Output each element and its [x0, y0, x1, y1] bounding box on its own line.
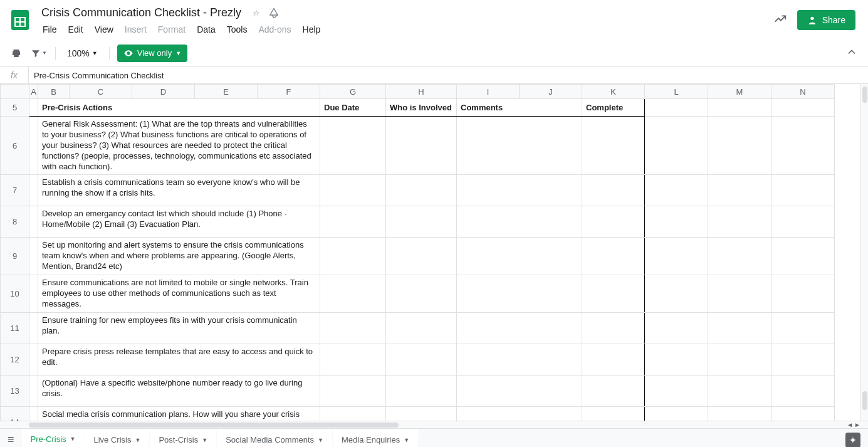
cell-who[interactable]: [386, 117, 457, 175]
activity-icon[interactable]: [773, 12, 787, 29]
cell-comments[interactable]: [457, 117, 582, 175]
cell-who[interactable]: [386, 238, 457, 275]
explore-button[interactable]: ✦: [845, 433, 860, 448]
cell-due-date[interactable]: [320, 238, 386, 275]
cell-complete[interactable]: [582, 275, 645, 313]
cell-comments[interactable]: [457, 238, 582, 275]
row-header[interactable]: 10: [1, 275, 29, 313]
print-icon[interactable]: [8, 45, 25, 62]
menu-help[interactable]: Help: [298, 22, 326, 37]
cell-action[interactable]: Prepare crisis press release templates t…: [38, 344, 320, 375]
cell-due-date[interactable]: [320, 312, 386, 344]
menu-tools[interactable]: Tools: [222, 22, 253, 37]
horizontal-scrollbar[interactable]: ◄►: [0, 421, 868, 428]
col-header-D[interactable]: D: [132, 85, 195, 99]
header-actions[interactable]: Pre-Crisis Actions: [38, 99, 320, 117]
cell-who[interactable]: [386, 344, 457, 375]
cell-complete[interactable]: [582, 406, 645, 421]
cell-who[interactable]: [386, 406, 457, 421]
cell-complete[interactable]: [582, 206, 645, 238]
cell-who[interactable]: [386, 175, 457, 206]
menu-insert[interactable]: Insert: [120, 22, 152, 37]
all-sheets-icon[interactable]: ≡: [8, 433, 14, 446]
cell-action[interactable]: Develop an emergancy contact list which …: [38, 206, 320, 238]
col-header-N[interactable]: N: [771, 85, 835, 99]
cell-due-date[interactable]: [320, 406, 386, 421]
cell-comments[interactable]: [457, 375, 582, 406]
col-header-H[interactable]: H: [386, 85, 457, 99]
sheets-logo[interactable]: [8, 8, 33, 33]
row-header[interactable]: 14: [1, 406, 29, 421]
menu-file[interactable]: File: [38, 22, 62, 37]
cell-action[interactable]: Establish a crisis communications team s…: [38, 175, 320, 206]
col-header-K[interactable]: K: [582, 85, 645, 99]
star-icon[interactable]: ☆: [250, 7, 263, 19]
cell-due-date[interactable]: [320, 375, 386, 406]
cell-due-date[interactable]: [320, 206, 386, 238]
cell-action[interactable]: (Optional) Have a specific website/phone…: [38, 375, 320, 406]
cell-action[interactable]: Set up monitoring and alert systems to e…: [38, 238, 320, 275]
cell-comments[interactable]: [457, 175, 582, 206]
cell-complete[interactable]: [582, 238, 645, 275]
cell-complete[interactable]: [582, 344, 645, 375]
menu-add-ons[interactable]: Add-ons: [253, 22, 296, 37]
header-comments[interactable]: Comments: [457, 99, 582, 117]
row-header[interactable]: 11: [1, 312, 29, 344]
cell-comments[interactable]: [457, 206, 582, 238]
cell-action[interactable]: Social media crisis communication plans.…: [38, 406, 320, 421]
col-header-L[interactable]: L: [645, 85, 708, 99]
cell-complete[interactable]: [582, 375, 645, 406]
tab-pre-crisis[interactable]: Pre-Crisis▼: [22, 429, 85, 448]
cell-complete[interactable]: [582, 175, 645, 206]
col-header-A[interactable]: A: [29, 85, 38, 99]
tab-media-enquiries[interactable]: Media Enquiries▼: [333, 429, 418, 448]
document-title[interactable]: Crisis Communication Checklist - Prezly: [38, 5, 245, 21]
cell-who[interactable]: [386, 206, 457, 238]
header-complete[interactable]: Complete: [582, 99, 645, 117]
cell-who[interactable]: [386, 375, 457, 406]
row-header[interactable]: 8: [1, 206, 29, 238]
col-header-C[interactable]: C: [70, 85, 132, 99]
header-due-date[interactable]: Due Date: [320, 99, 386, 117]
share-button[interactable]: Share: [797, 10, 855, 30]
tab-post-crisis[interactable]: Post-Crisis▼: [150, 429, 216, 448]
cell-comments[interactable]: [457, 312, 582, 344]
cell-complete[interactable]: [582, 117, 645, 175]
zoom-dropdown[interactable]: 100% ▼: [63, 46, 102, 61]
cell-due-date[interactable]: [320, 117, 386, 175]
col-header-I[interactable]: I: [457, 85, 520, 99]
cell-who[interactable]: [386, 312, 457, 344]
collapse-toolbar-icon[interactable]: [843, 43, 860, 63]
menu-format[interactable]: Format: [153, 22, 191, 37]
row-header[interactable]: 13: [1, 375, 29, 406]
col-header-G[interactable]: G: [320, 85, 386, 99]
tab-social-media-comments[interactable]: Social Media Comments▼: [217, 429, 332, 448]
cell-comments[interactable]: [457, 275, 582, 313]
menu-view[interactable]: View: [90, 22, 118, 37]
cell-due-date[interactable]: [320, 275, 386, 313]
row-header[interactable]: 5: [1, 99, 29, 117]
col-header-J[interactable]: J: [520, 85, 582, 99]
cell-action[interactable]: Ensure communications are not limited to…: [38, 275, 320, 313]
move-to-drive-icon[interactable]: [268, 7, 280, 19]
cell-action[interactable]: General Risk Assessment: (1) What are th…: [38, 117, 320, 175]
cell-due-date[interactable]: [320, 175, 386, 206]
menu-edit[interactable]: Edit: [63, 22, 88, 37]
cell-complete[interactable]: [582, 312, 645, 344]
cell-comments[interactable]: [457, 344, 582, 375]
row-header[interactable]: 6: [1, 117, 29, 175]
row-header[interactable]: 7: [1, 175, 29, 206]
view-only-button[interactable]: View only ▼: [117, 45, 187, 62]
header-who[interactable]: Who is Involved: [386, 99, 457, 117]
cell-who[interactable]: [386, 275, 457, 313]
row-header[interactable]: 12: [1, 344, 29, 375]
col-header-M[interactable]: M: [708, 85, 771, 99]
cell-action[interactable]: Ensure training for new employees fits i…: [38, 312, 320, 344]
col-header-F[interactable]: F: [258, 85, 320, 99]
col-header-B[interactable]: B: [38, 85, 70, 99]
cell-due-date[interactable]: [320, 344, 386, 375]
formula-input[interactable]: Pre-Crisis Communication Checklist: [29, 71, 868, 80]
tab-live-crisis[interactable]: Live Crisis▼: [85, 429, 150, 448]
menu-data[interactable]: Data: [192, 22, 221, 37]
cell-comments[interactable]: [457, 406, 582, 421]
